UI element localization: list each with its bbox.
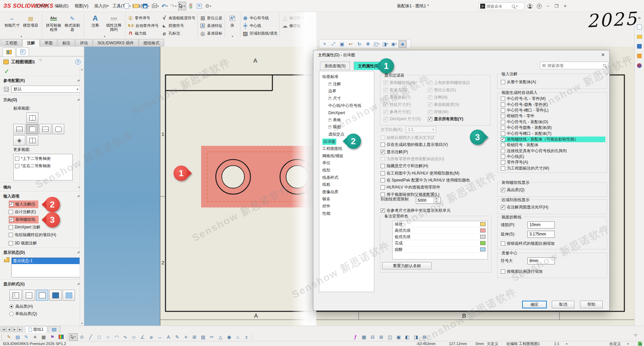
chevron-down-icon[interactable]: ▾: [378, 43, 380, 45]
tree-item-drafting-standard[interactable]: 绘图标准: [319, 73, 374, 81]
cell-button[interactable]: [394, 333, 403, 341]
home-button[interactable]: [115, 2, 123, 10]
option-halo-around-annotations[interactable]: 在注解周围显示光环(H): [501, 203, 548, 211]
property-manager-tab[interactable]: [3, 48, 15, 56]
option-scale-jagged[interactable]: 按锯齿样式的视图比例缩放: [501, 240, 555, 247]
polygon-tool-button[interactable]: [216, 333, 225, 341]
checkbox-3d-view-annotations[interactable]: 3D 视图注解: [9, 239, 84, 248]
login-button[interactable]: [525, 0, 534, 12]
option-hide-dangling[interactable]: 隐藏悬空尺寸和注解(H): [381, 163, 494, 170]
center-mark-button[interactable]: 中心符号线: [242, 15, 278, 21]
zoom-fit-button[interactable]: [329, 40, 337, 48]
color-swatch[interactable]: [480, 235, 485, 239]
color-swatch[interactable]: [480, 222, 485, 226]
rectangle-tool-button[interactable]: [95, 333, 104, 341]
last-sheet-button[interactable]: ▶|: [18, 327, 23, 332]
view-orientation-button[interactable]: ▾: [373, 40, 381, 48]
panel-scrollbar[interactable]: [80, 67, 84, 326]
format-painter-button[interactable]: 格式涂刷器: [63, 13, 82, 32]
option-entire-assembly[interactable]: 从整个装配体(A): [501, 78, 536, 86]
no-sketch-button[interactable]: [420, 333, 429, 341]
drawing-circle-inner[interactable]: [222, 166, 244, 188]
extension-input[interactable]: [527, 231, 555, 238]
note-color-list[interactable]: 描述 高优先级 低优先级 完成 提醒: [392, 221, 488, 259]
view-palette-button[interactable]: [636, 53, 643, 59]
option-model-color-hlr[interactable]: 在工程图中为 HLR/HLV 使用模型颜色(M): [381, 170, 494, 176]
column-button[interactable]: [386, 333, 394, 341]
spline-tool-button[interactable]: [121, 333, 130, 341]
origin-tool-button[interactable]: [233, 333, 242, 341]
tree-item-sheet-metal[interactable]: 钣金: [319, 195, 374, 203]
dialog-search-input[interactable]: [547, 63, 601, 68]
dropdown-arrow-icon[interactable]: ▾: [74, 336, 76, 338]
radio-draft-quality[interactable]: 草稿品质(Q): [0, 310, 84, 317]
view-front-button[interactable]: [26, 124, 38, 134]
color-swatch[interactable]: [480, 228, 485, 232]
note-color-row[interactable]: 提醒: [393, 246, 487, 253]
tree-item-line-style[interactable]: 线条样式: [319, 174, 374, 181]
ok-check-icon[interactable]: ✓: [4, 68, 10, 75]
dropdown-arrow-icon[interactable]: ▾: [232, 35, 233, 38]
design-library-button[interactable]: [636, 33, 643, 40]
hatch-density-input[interactable]: [416, 197, 434, 203]
line-tool-button[interactable]: [86, 333, 95, 341]
target-tool-button[interactable]: [225, 333, 233, 341]
hole-callout-button[interactable]: 孔标注: [161, 30, 195, 37]
linear-note-pattern-button[interactable]: 线性注释阵列: [105, 13, 123, 32]
linestyle-tool-button[interactable]: [181, 333, 190, 341]
auto-insert-cosmetic-threads-assembly[interactable]: 装饰螺纹线 - 装配体（可能会影响性能）: [501, 137, 605, 142]
shade-right-button[interactable]: [412, 333, 420, 341]
spin-down-icon[interactable]: ▼: [434, 200, 439, 204]
dropdown-arrow-icon[interactable]: ▾: [129, 5, 131, 8]
zoom-area-button[interactable]: [338, 40, 346, 48]
symbol-size-input[interactable]: [527, 257, 555, 264]
option-speedpak-color[interactable]: 在 SpeedPak 配置中为 HLR/HLV 使用模型颜色: [381, 177, 494, 184]
checkbox-cosmetic-threads[interactable]: 装饰螺纹线: [9, 216, 39, 223]
tree-item-performance[interactable]: 性能: [319, 210, 374, 217]
option-high-quality-threads[interactable]: 高品质(Q): [501, 186, 524, 193]
sheet-scale[interactable]: 1:1: [554, 341, 559, 346]
auto-insert-option[interactable]: 中心符号-槽口 - 零件(L): [501, 108, 605, 113]
tab-addins[interactable]: SOLIDWORKS 插件: [93, 39, 139, 47]
scale-dropdown-icon[interactable]: ▴: [566, 341, 567, 346]
print-button[interactable]: ▾: [151, 2, 160, 10]
dropdown-arrow-icon[interactable]: ▾: [148, 5, 149, 8]
expand-icon[interactable]: [328, 119, 331, 122]
pin-menu-icon[interactable]: ✦: [106, 3, 111, 8]
auto-insert-option[interactable]: 暗销符号 - 装配体: [501, 142, 605, 148]
hatch-tool-button[interactable]: [199, 333, 207, 341]
search-input[interactable]: [486, 4, 510, 9]
tab-system-options[interactable]: 系统选项(S): [320, 62, 350, 70]
appearances-button[interactable]: [636, 62, 643, 69]
note-color-row[interactable]: 高优先级: [393, 227, 487, 234]
tree-item-views[interactable]: 视图: [319, 124, 374, 131]
tab-sheet-format[interactable]: 图纸格式: [139, 39, 164, 47]
undo-button[interactable]: ▾: [161, 2, 168, 10]
dropdown-arrow-icon[interactable]: ▾: [139, 5, 140, 8]
option-scale-with-view[interactable]: 按视图比例进行缩放: [501, 268, 543, 275]
annotation-layer-button[interactable]: [5, 333, 13, 341]
tree-item-dimxpert[interactable]: DimXpert: [319, 109, 374, 117]
command-list-button[interactable]: [195, 2, 203, 10]
color-swatch[interactable]: [480, 241, 485, 245]
more-view-option[interactable]: *上下二等角轴测: [15, 155, 71, 162]
balloon-button[interactable]: 零件序号: [128, 15, 159, 21]
hidden-lines-visible-button[interactable]: [23, 290, 35, 301]
line-format-button[interactable]: [31, 333, 39, 341]
tree-item-tables[interactable]: 表格: [319, 117, 374, 124]
smart-dimension-button[interactable]: 智能尺寸: [3, 13, 21, 28]
view-isometric-button[interactable]: ◈: [13, 135, 25, 146]
note-color-row[interactable]: 完成: [393, 240, 487, 246]
rotate-view-button[interactable]: [355, 40, 363, 48]
shaded-with-edges-button[interactable]: [49, 290, 62, 301]
menu-view[interactable]: 视图(V): [72, 0, 92, 12]
view-bottom-button[interactable]: [26, 135, 38, 146]
expand-button[interactable]: [377, 333, 386, 341]
tree-item-grid-snap[interactable]: 网格线/捕捉: [319, 153, 374, 160]
tree-item-annotations[interactable]: 注解: [319, 81, 374, 88]
auto-insert-option[interactable]: 连接线至具有中心符号线的孔阵列: [501, 148, 605, 154]
trim-tool-button[interactable]: [207, 333, 216, 341]
note-button[interactable]: 注释: [86, 13, 105, 28]
table-button[interactable]: [360, 333, 368, 341]
hidden-lines-removed-button[interactable]: [36, 290, 48, 301]
